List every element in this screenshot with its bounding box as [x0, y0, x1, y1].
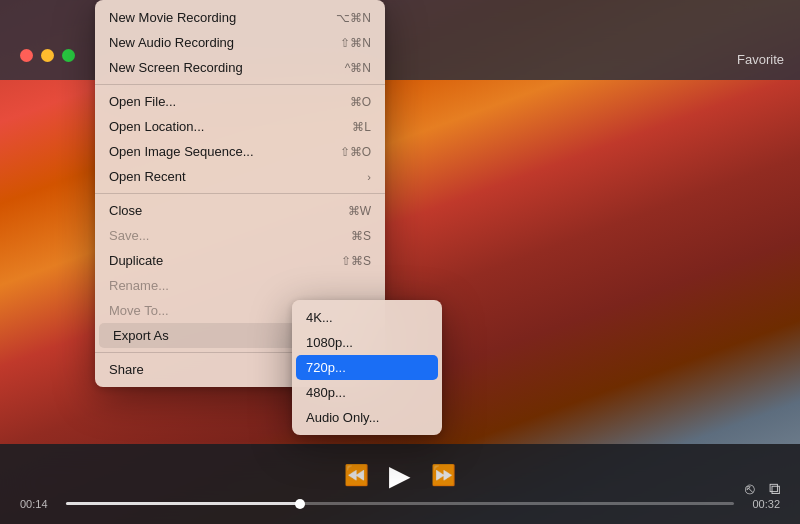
menu-label: Open File... — [109, 94, 176, 109]
menu-item-close[interactable]: Close ⌘W — [95, 198, 385, 223]
submenu-item-4k[interactable]: 4K... — [292, 305, 442, 330]
player-progress: 00:14 00:32 — [20, 498, 780, 510]
pip-icon[interactable]: ⧉ — [769, 480, 780, 498]
shortcut: ^⌘N — [345, 61, 371, 75]
separator-1 — [95, 84, 385, 85]
shortcut: ⌘W — [348, 204, 371, 218]
menu-item-new-audio-recording[interactable]: New Audio Recording ⇧⌘N — [95, 30, 385, 55]
close-button[interactable] — [20, 49, 33, 62]
menu-label: Save... — [109, 228, 149, 243]
menu-label: Close — [109, 203, 142, 218]
shortcut: ⇧⌘S — [341, 254, 371, 268]
menu-item-open-location[interactable]: Open Location... ⌘L — [95, 114, 385, 139]
submenu-item-480p[interactable]: 480p... — [292, 380, 442, 405]
menu-label: New Audio Recording — [109, 35, 234, 50]
submenu-label: 720p... — [306, 360, 346, 375]
shortcut: ⌘S — [351, 229, 371, 243]
menu-label: New Movie Recording — [109, 10, 236, 25]
menu-item-duplicate[interactable]: Duplicate ⇧⌘S — [95, 248, 385, 273]
submenu-item-audio-only[interactable]: Audio Only... — [292, 405, 442, 430]
submenu-label: Audio Only... — [306, 410, 379, 425]
submenu-label: 1080p... — [306, 335, 353, 350]
menu-label: Open Recent — [109, 169, 186, 184]
menu-item-new-movie-recording[interactable]: New Movie Recording ⌥⌘N — [95, 5, 385, 30]
shortcut: ⇧⌘O — [340, 145, 371, 159]
submenu-item-1080p[interactable]: 1080p... — [292, 330, 442, 355]
menu-label: Rename... — [109, 278, 169, 293]
shortcut: ⌘O — [350, 95, 371, 109]
favorites-button[interactable]: Favorite — [737, 52, 784, 67]
menu-item-open-image-sequence[interactable]: Open Image Sequence... ⇧⌘O — [95, 139, 385, 164]
menu-item-save[interactable]: Save... ⌘S — [95, 223, 385, 248]
shortcut: ⌘L — [352, 120, 371, 134]
player-right-controls: ⎋ ⧉ — [745, 480, 780, 498]
separator-2 — [95, 193, 385, 194]
menu-label: Export As — [113, 328, 169, 343]
menu-label: New Screen Recording — [109, 60, 243, 75]
submenu-label: 4K... — [306, 310, 333, 325]
shortcut: ⌥⌘N — [336, 11, 371, 25]
minimize-button[interactable] — [41, 49, 54, 62]
shortcut: ⇧⌘N — [340, 36, 371, 50]
menu-label: Open Image Sequence... — [109, 144, 254, 159]
total-time: 00:32 — [744, 498, 780, 510]
submenu-label: 480p... — [306, 385, 346, 400]
rewind-button[interactable]: ⏪ — [344, 463, 369, 487]
submenu-item-720p[interactable]: 720p... — [296, 355, 438, 380]
share-icon[interactable]: ⎋ — [745, 480, 755, 498]
menu-label: Move To... — [109, 303, 169, 318]
progress-track[interactable] — [66, 502, 734, 505]
menu-label: Share — [109, 362, 144, 377]
fullscreen-button[interactable] — [62, 49, 75, 62]
progress-fill — [66, 502, 300, 505]
menu-item-open-file[interactable]: Open File... ⌘O — [95, 89, 385, 114]
menu-label: Duplicate — [109, 253, 163, 268]
menu-item-new-screen-recording[interactable]: New Screen Recording ^⌘N — [95, 55, 385, 80]
player-bar: ⏪ ▶ ⏩ 00:14 00:32 ⎋ ⧉ — [0, 444, 800, 524]
chevron-right-icon: › — [367, 171, 371, 183]
menu-item-open-recent[interactable]: Open Recent › — [95, 164, 385, 189]
progress-thumb[interactable] — [295, 499, 305, 509]
fast-forward-button[interactable]: ⏩ — [431, 463, 456, 487]
player-controls: ⏪ ▶ ⏩ — [20, 459, 780, 492]
submenu-container: 4K... 1080p... 720p... 480p... Audio Onl… — [292, 300, 442, 435]
menu-item-rename[interactable]: Rename... — [95, 273, 385, 298]
traffic-lights — [20, 49, 75, 62]
menu-label: Open Location... — [109, 119, 204, 134]
play-button[interactable]: ▶ — [389, 459, 411, 492]
current-time: 00:14 — [20, 498, 56, 510]
